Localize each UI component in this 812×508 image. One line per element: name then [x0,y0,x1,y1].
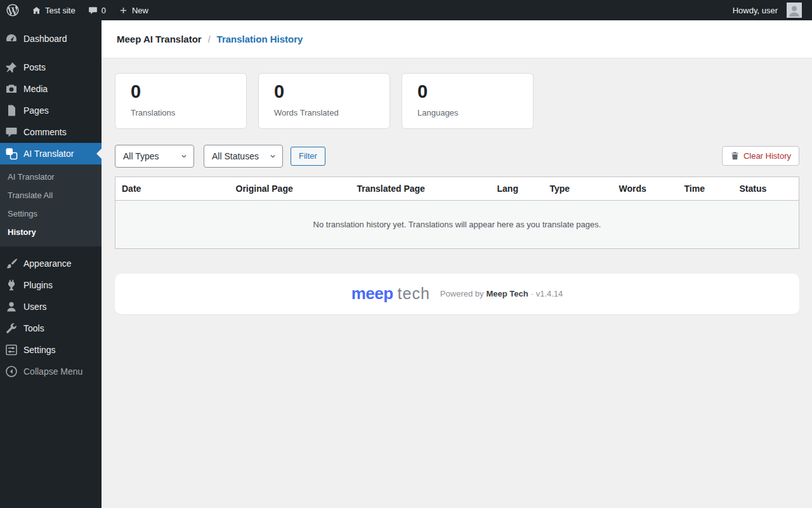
powered-by-text: Powered by [440,289,484,298]
sidebar-item-posts[interactable]: Posts [0,57,102,78]
logo-tech-text: tech [398,284,430,302]
column-header-date: Date [115,177,230,200]
sidebar-item-plugins[interactable]: Plugins [0,274,102,296]
chevron-down-icon [179,151,189,161]
filter-button[interactable]: Filter [291,147,325,166]
sidebar-item-label: Media [23,84,48,94]
sidebar-item-settings[interactable]: Settings [0,339,102,361]
history-table: Date Original Page Translated Page Lang … [115,177,799,249]
pushpin-icon [5,61,18,74]
meep-tech-link[interactable]: Meep Tech [487,289,528,298]
site-name-label: Test site [45,6,75,15]
type-filter-select[interactable]: All Types [115,145,194,168]
sidebar-item-label: Collapse Menu [23,366,82,377]
comment-bubble-icon [88,6,98,15]
site-name-menu[interactable]: Test site [25,0,82,20]
wrench-icon [5,322,18,335]
sidebar-item-label: Tools [23,323,44,333]
sidebar-item-label: Dashboard [23,34,67,44]
table-header-row: Date Original Page Translated Page Lang … [115,177,799,200]
column-header-words: Words [613,177,678,200]
sliders-icon [5,344,18,356]
sidebar-item-pages[interactable]: Pages [0,100,102,121]
submenu-item-history[interactable]: History [0,223,102,241]
submenu-item-settings[interactable]: Settings [0,204,102,223]
ai-translator-submenu: AI Translator Translate All Settings His… [0,164,102,246]
stat-label: Words Translated [274,108,374,117]
stat-label: Languages [417,108,518,117]
clear-history-label: Clear History [743,151,791,161]
page-content: 0 Translations 0 Words Translated 0 Lang… [102,58,812,314]
filter-row: All Types All Statuses Filter Clear Hist… [115,145,799,168]
sidebar-item-label: Appearance [23,258,72,269]
sidebar-item-label: Plugins [23,280,53,290]
wp-logo-menu[interactable] [0,0,25,20]
empty-state-row: No translation history yet. Translations… [115,200,799,248]
translate-icon [5,147,18,160]
stat-value: 0 [274,82,374,102]
menu-separator [0,246,102,253]
comments-count: 0 [102,6,106,15]
my-account-menu[interactable]: Howdy, user [726,0,808,20]
page-icon [5,104,18,117]
powered-by: Powered by Meep Tech · v1.4.14 [440,289,563,298]
new-content-menu[interactable]: New [112,0,155,20]
stat-label: Translations [131,108,231,117]
submenu-item-label: History [8,227,36,237]
admin-sidebar: Dashboard Posts Media Pages Comments AI … [0,20,102,508]
trash-icon [730,151,740,161]
logo-meep-text: meep [351,284,393,303]
status-filter-select[interactable]: All Statuses [204,145,283,168]
sidebar-item-label: AI Translator [23,149,74,159]
sidebar-item-ai-translator[interactable]: AI Translator [0,143,102,164]
plugin-header: Meep AI Translator / Translation History [102,20,812,58]
dashboard-icon [5,32,18,45]
main-content: Meep AI Translator / Translation History… [102,0,812,314]
sidebar-item-label: Comments [23,127,67,137]
column-header-type: Type [544,177,613,200]
stat-card-languages: 0 Languages [402,73,534,129]
sidebar-item-users[interactable]: Users [0,296,102,318]
breadcrumb-current-link[interactable]: Translation History [217,34,303,44]
sidebar-item-dashboard[interactable]: Dashboard [0,28,102,50]
sidebar-item-media[interactable]: Media [0,78,102,100]
submenu-item-label: AI Translator [8,172,55,182]
status-filter-value: All Statuses [212,151,259,161]
sidebar-item-comments[interactable]: Comments [0,121,102,143]
type-filter-value: All Types [123,151,159,161]
new-label: New [132,6,148,15]
chevron-down-icon [268,151,278,161]
breadcrumb-root: Meep AI Translator [117,34,202,44]
column-header-translated-page: Translated Page [351,177,491,200]
sidebar-item-tools[interactable]: Tools [0,318,102,339]
sidebar-item-appearance[interactable]: Appearance [0,253,102,274]
plus-icon [119,6,128,15]
stat-card-translations: 0 Translations [115,73,247,129]
comment-bubble-icon [5,126,18,138]
stat-value: 0 [417,82,518,102]
empty-state-message: No translation history yet. Translations… [115,200,799,248]
column-header-time: Time [678,177,733,200]
sidebar-item-label: Users [23,302,47,312]
menu-separator [0,50,102,57]
sidebar-item-label: Settings [23,345,56,355]
sidebar-item-label: Posts [23,62,46,72]
column-header-status: Status [733,177,799,200]
column-header-lang: Lang [491,177,544,200]
comments-menu[interactable]: 0 [82,0,112,20]
clear-history-button[interactable]: Clear History [722,146,799,166]
howdy-text: Howdy, user [733,6,778,15]
stat-value: 0 [131,82,231,102]
user-icon [5,300,18,313]
collapse-menu-button[interactable]: Collapse Menu [0,361,102,382]
avatar [787,3,802,18]
submenu-item-translate-all[interactable]: Translate All [0,186,102,204]
submenu-item-label: Settings [8,209,37,218]
submenu-item-label: Translate All [8,190,53,200]
admin-bar: Test site 0 New Howdy, user [0,0,812,20]
stat-card-words-translated: 0 Words Translated [258,73,390,129]
wordpress-logo-icon [6,4,19,17]
column-header-original-page: Original Page [230,177,351,200]
submenu-item-ai-translator[interactable]: AI Translator [0,168,102,186]
collapse-arrow-icon [5,365,18,378]
